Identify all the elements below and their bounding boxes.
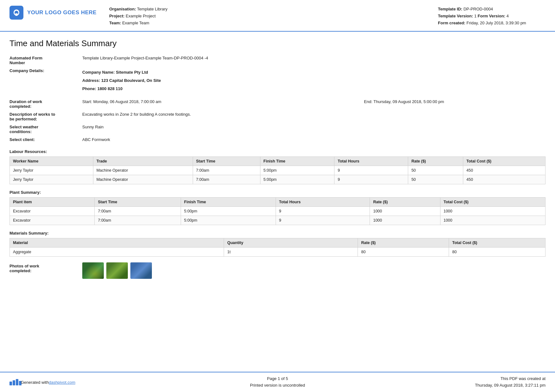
photo-2 [106, 262, 128, 279]
plant-col-1: Start Time [95, 198, 181, 207]
labour-cell-1-5: 50 [408, 175, 463, 184]
footer-left: Generated with dashpivot.com [9, 379, 111, 385]
project-value: Example Project [126, 14, 156, 18]
labour-cell-1-0: Jerry Taylor [10, 175, 93, 184]
company-block: Company Name: Sitemate Pty Ltd Address: … [82, 68, 342, 93]
materials-col-2: Rate ($) [358, 238, 449, 248]
description-row: Description of works tobe performed: Exc… [9, 110, 546, 123]
form-info-table: Automated FormNumber Template Library-Ex… [9, 54, 546, 144]
labour-cell-1-1: Machine Operator [93, 175, 193, 184]
main-content: Time and Materials Summary Automated For… [0, 32, 555, 285]
header-right: Template ID: DP-PROD-0004 Template Versi… [438, 6, 546, 27]
plant-cell-1-0: Excavator [10, 216, 95, 225]
materials-cell-0-3: 80 [449, 248, 546, 257]
company-value: Company Name: Sitemate Pty Ltd Address: … [73, 67, 345, 95]
footer-generated-link[interactable]: dashpivot.com [49, 380, 75, 385]
labour-col-2: Start Time [193, 157, 260, 166]
auto-form-value: Template Library-Example Project-Example… [73, 54, 345, 67]
plant-cell-0-1: 7:00am [95, 207, 181, 216]
weather-row: Select weatherconditions: Sunny Rain [9, 123, 546, 136]
plant-table: Plant item Start Time Finish Time Total … [9, 197, 546, 225]
template-id-row: Template ID: DP-PROD-0004 [438, 6, 546, 13]
header: YOUR LOGO GOES HERE Organisation: Templa… [0, 0, 555, 32]
spacer-row [9, 95, 546, 98]
footer-logo-svg [9, 379, 22, 388]
client-value: ABC Formwork [73, 136, 546, 144]
page-title: Time and Materials Summary [9, 39, 546, 48]
form-version-label: Form Version: [478, 14, 505, 18]
plant-cell-1-5: 1000 [440, 216, 545, 225]
photo-3 [130, 262, 152, 279]
org-label: Organisation: [109, 7, 136, 11]
company-address: Address: 123 Capital Boulevard, On Site [82, 77, 342, 85]
labour-cell-1-2: 7:00am [193, 175, 260, 184]
labour-col-5: Rate ($) [408, 157, 463, 166]
labour-cell-0-5: 50 [408, 166, 463, 175]
labour-cell-0-0: Jerry Taylor [10, 166, 93, 175]
org-row: Organisation: Template Library [109, 6, 438, 13]
labour-table: Worker Name Trade Start Time Finish Time… [9, 156, 546, 184]
company-row: Company Details: Company Name: Sitemate … [9, 67, 546, 95]
auto-form-label: Automated FormNumber [9, 54, 73, 67]
labour-cell-0-3: 5:00pm [260, 166, 334, 175]
labour-row-1: Jerry TaylorMachine Operator7:00am5:00pm… [10, 175, 546, 184]
logo-svg [12, 9, 21, 17]
client-row: Select client: ABC Formwork [9, 136, 546, 144]
company-phone: Phone: 1800 828 110 [82, 85, 342, 93]
labour-col-3: Finish Time [260, 157, 334, 166]
plant-col-5: Total Cost ($) [440, 198, 545, 207]
plant-cell-1-4: 1000 [370, 216, 440, 225]
materials-cell-0-0: Aggregate [10, 248, 224, 257]
materials-row-0: Aggregate1t8080 [10, 248, 546, 257]
template-id-value: DP-PROD-0004 [464, 7, 493, 11]
footer-pdf-created: This PDF was created at [444, 376, 546, 382]
photos-label: Photos of workcompleted: [9, 262, 73, 273]
labour-cell-0-1: Machine Operator [93, 166, 193, 175]
labour-cell-0-2: 7:00am [193, 166, 260, 175]
plant-cell-0-5: 1000 [440, 207, 545, 216]
labour-cell-1-6: 450 [463, 175, 546, 184]
duration-end: End: Thursday, 09 August 2018, 5:00:00 p… [345, 98, 546, 110]
plant-cell-1-3: 9 [276, 216, 370, 225]
labour-col-0: Worker Name [10, 157, 93, 166]
plant-cell-1-1: 7:00am [95, 216, 181, 225]
header-center: Organisation: Template Library Project: … [97, 6, 438, 27]
org-value: Template Library [137, 7, 167, 11]
materials-col-0: Material [10, 238, 224, 248]
materials-table: Material Quantity Rate ($) Total Cost ($… [9, 238, 546, 257]
weather-label: Select weatherconditions: [9, 123, 73, 136]
plant-col-4: Rate ($) [370, 198, 440, 207]
labour-section-title: Labour Resources: [9, 149, 546, 154]
photos-section: Photos of workcompleted: [9, 262, 546, 279]
labour-col-4: Total Hours [334, 157, 408, 166]
footer-page-text: Page 1 of 5 [111, 376, 444, 382]
form-created-value: Friday, 20 July 2018, 3:39:30 pm [466, 21, 526, 25]
footer-center: Page 1 of 5 Printed version is uncontrol… [111, 376, 444, 389]
labour-cell-1-4: 9 [334, 175, 408, 184]
plant-row-1: Excavator7:00am5:00pm910001000 [10, 216, 546, 225]
duration-start: Start: Monday, 06 August 2018, 7:00:00 a… [73, 98, 345, 110]
photo-1 [82, 262, 104, 279]
team-row: Team: Example Team [109, 20, 438, 27]
svg-rect-0 [9, 382, 12, 385]
footer-right: This PDF was created at Thursday, 09 Aug… [444, 376, 546, 389]
plant-row-0: Excavator7:00am5:00pm910001000 [10, 207, 546, 216]
plant-cell-0-3: 9 [276, 207, 370, 216]
project-label: Project: [109, 14, 124, 18]
labour-col-1: Trade [93, 157, 193, 166]
labour-col-6: Total Cost ($) [463, 157, 546, 166]
footer-page: Page 1 [267, 376, 280, 381]
duration-row: Duration of workcompleted: Start: Monday… [9, 98, 546, 110]
svg-rect-2 [16, 379, 18, 385]
photos-row [73, 262, 152, 279]
template-version-label: Template Version: [438, 14, 473, 18]
materials-cell-0-1: 1t [224, 248, 358, 257]
plant-cell-0-2: 5:00pm [181, 207, 276, 216]
footer-pdf-created-date: Thursday, 09 August 2018, 3:27:11 pm [444, 382, 546, 389]
duration-label: Duration of workcompleted: [9, 98, 73, 110]
plant-cell-0-4: 1000 [370, 207, 440, 216]
template-version-row: Template Version: 1 Form Version: 4 [438, 13, 546, 20]
footer: Generated with dashpivot.com Page 1 of 5… [0, 372, 555, 392]
team-value: Example Team [122, 21, 149, 25]
form-created-label: Form created: [438, 21, 465, 25]
